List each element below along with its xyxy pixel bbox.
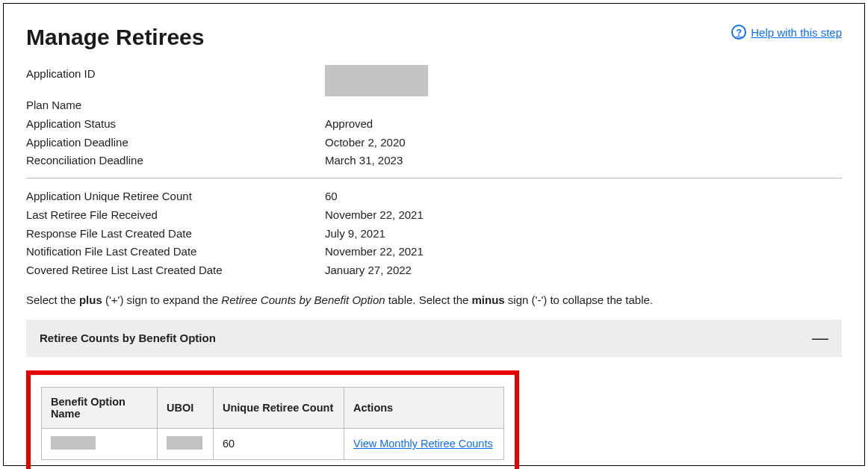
- divider: [26, 178, 842, 178]
- app-status-label: Application Status: [26, 115, 325, 134]
- covered-list-value: January 27, 2022: [325, 261, 842, 280]
- app-id-label: Application ID: [26, 65, 325, 96]
- notification-file-label: Notification File Last Created Date: [26, 243, 325, 261]
- th-uboi: UBOI: [158, 387, 214, 428]
- app-status-value: Approved: [325, 115, 842, 134]
- redacted-block: [325, 65, 428, 96]
- recon-deadline-value: March 31, 2023: [325, 152, 842, 170]
- accordion-title: Retiree Counts by Benefit Option: [40, 332, 216, 344]
- th-benefit-option: Benefit Option Name: [42, 387, 158, 428]
- unique-count-value: 60: [325, 187, 842, 206]
- response-file-value: July 9, 2021: [325, 225, 842, 243]
- unique-count-label: Application Unique Retiree Count: [26, 187, 325, 206]
- table-row: 60 View Monthly Retiree Counts: [42, 428, 504, 459]
- th-unique-count: Unique Retiree Count: [214, 387, 344, 428]
- last-file-value: November 22, 2021: [325, 206, 842, 225]
- help-link-label: Help with this step: [751, 26, 842, 39]
- app-deadline-label: Application Deadline: [26, 134, 325, 152]
- recon-deadline-label: Reconciliation Deadline: [26, 152, 325, 170]
- accordion-toggle[interactable]: Retiree Counts by Benefit Option —: [26, 320, 842, 357]
- page-title: Manage Retirees: [26, 25, 204, 50]
- minus-icon: —: [812, 330, 828, 347]
- response-file-label: Response File Last Created Date: [26, 225, 325, 243]
- redacted-cell: [51, 436, 96, 450]
- plan-name-label: Plan Name: [26, 96, 325, 115]
- cell-unique-count: 60: [214, 428, 344, 459]
- instruction-text: Select the plus ('+') sign to expand the…: [26, 293, 842, 306]
- view-monthly-counts-link[interactable]: View Monthly Retiree Counts: [353, 438, 493, 450]
- app-deadline-value: October 2, 2020: [325, 134, 842, 152]
- redacted-cell: [167, 436, 202, 450]
- last-file-label: Last Retiree File Received: [26, 206, 325, 225]
- benefit-table: Benefit Option Name UBOI Unique Retiree …: [41, 387, 504, 460]
- covered-list-label: Covered Retiree List Last Created Date: [26, 261, 325, 280]
- notification-file-value: November 22, 2021: [325, 243, 842, 261]
- help-icon: ?: [731, 25, 746, 40]
- help-link[interactable]: ? Help with this step: [731, 25, 842, 40]
- highlight-box: Benefit Option Name UBOI Unique Retiree …: [26, 370, 519, 469]
- th-actions: Actions: [344, 387, 504, 428]
